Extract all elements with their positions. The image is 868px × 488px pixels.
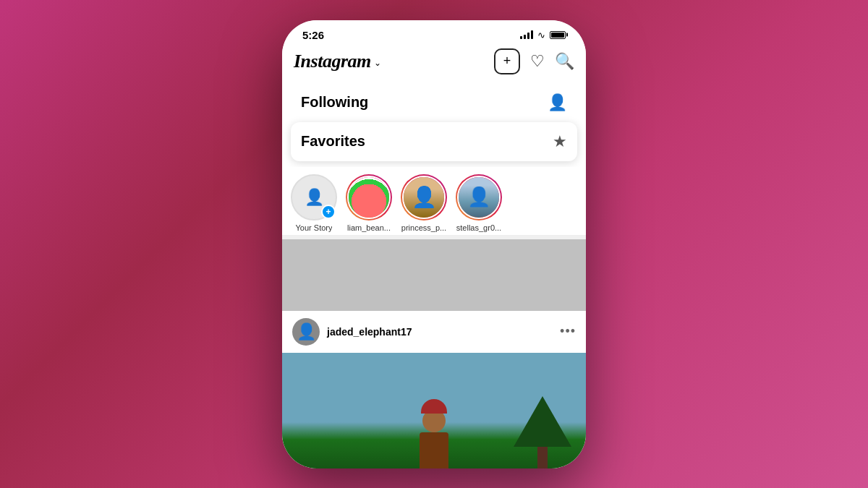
post-header: 👤 jaded_elephant17 •••: [282, 311, 586, 353]
phone-frame: 5:26 ∿ Instagram ⌄ + ♡: [282, 20, 586, 468]
battery-icon: [550, 31, 566, 39]
story-item-liam[interactable]: liam_bean...: [346, 174, 392, 232]
notifications-button[interactable]: ♡: [530, 52, 545, 71]
feed-area: Following 👤 Favorites ★ 👤 +: [282, 80, 586, 468]
feed-selector-chevron[interactable]: ⌄: [374, 58, 381, 68]
story-name-stellas: stellas_gr0...: [456, 223, 501, 232]
story-avatar-liam: [347, 176, 391, 219]
story-name-liam: liam_bean...: [347, 223, 391, 232]
wifi-icon: ∿: [537, 30, 545, 40]
post-user-avatar: 👤: [292, 318, 320, 346]
story-name-princess: princess_p...: [401, 223, 446, 232]
your-story-label: Your Story: [296, 223, 333, 232]
favorites-label: Favorites: [301, 133, 365, 150]
following-option[interactable]: Following 👤: [291, 83, 577, 122]
story-ring-liam: [346, 174, 392, 221]
post-more-options-button[interactable]: •••: [560, 324, 576, 339]
status-icons: ∿: [520, 30, 566, 40]
add-post-button[interactable]: +: [494, 48, 520, 74]
instagram-header: Instagram ⌄ + ♡ 🔍: [282, 44, 586, 80]
following-label: Following: [301, 94, 368, 111]
instagram-logo-area[interactable]: Instagram ⌄: [294, 51, 381, 72]
status-time: 5:26: [302, 29, 324, 41]
dim-overlay: [282, 239, 586, 468]
status-bar: 5:26 ∿: [282, 20, 586, 44]
story-item-princess[interactable]: 👤 princess_p...: [401, 174, 447, 232]
header-actions: + ♡ 🔍: [494, 48, 574, 74]
feed-selector-dropdown: Following 👤 Favorites ★ 👤 +: [282, 80, 586, 236]
post-user-area: 👤 jaded_elephant17: [292, 318, 412, 346]
stories-section: 👤 + Your Story liam_bean: [282, 167, 586, 236]
your-story-person-icon: 👤: [305, 188, 324, 207]
search-button[interactable]: 🔍: [555, 52, 574, 71]
add-icon: +: [503, 53, 511, 69]
favorites-option[interactable]: Favorites ★: [291, 122, 577, 161]
favorites-star-icon: ★: [553, 132, 567, 151]
signal-icon: [520, 30, 533, 39]
post-avatar-icon: 👤: [297, 322, 316, 341]
story-ring-stellas: 👤: [456, 174, 502, 221]
your-story-item[interactable]: 👤 + Your Story: [291, 174, 337, 232]
story-avatar-stellas: 👤: [457, 176, 501, 219]
add-story-button[interactable]: +: [321, 205, 336, 219]
stories-row: 👤 + Your Story liam_bean: [282, 174, 586, 232]
your-story-avatar: 👤 +: [291, 174, 337, 221]
story-item-stellas[interactable]: 👤 stellas_gr0...: [456, 174, 502, 232]
story-avatar-princess: 👤: [402, 176, 446, 219]
following-icon: 👤: [548, 93, 567, 112]
story-ring-princess: 👤: [401, 174, 447, 221]
post-username[interactable]: jaded_elephant17: [327, 326, 412, 338]
dropdown-menu: Following 👤 Favorites ★: [282, 80, 586, 167]
instagram-logo: Instagram: [294, 51, 371, 72]
